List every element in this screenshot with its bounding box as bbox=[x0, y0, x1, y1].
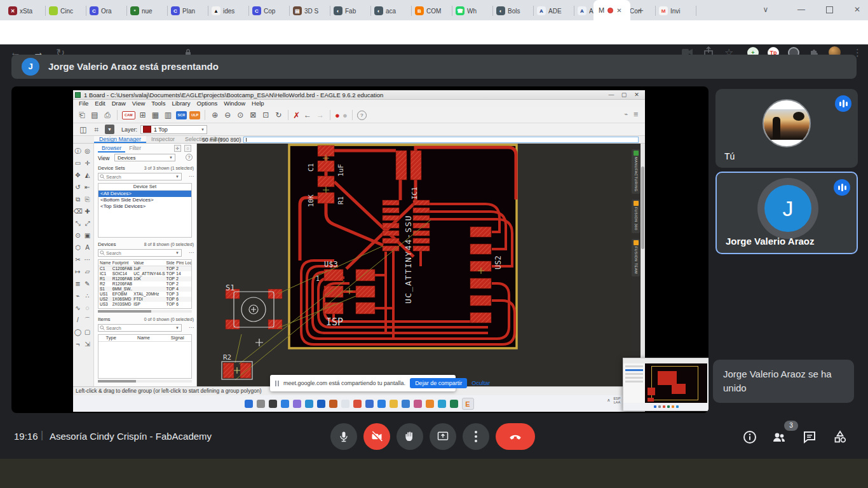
browser-tab[interactable]: * nue bbox=[127, 1, 168, 20]
eagle-tool-icon[interactable]: ⊙ bbox=[75, 232, 80, 239]
refresh-icon[interactable]: ↻ bbox=[273, 111, 283, 119]
device-row[interactable]: R1R1206FAB10KTOP2 bbox=[98, 276, 191, 281]
items-search[interactable]: ▼ bbox=[98, 324, 182, 332]
panel-zoom-icon[interactable]: ○ bbox=[184, 145, 191, 152]
eagle-title-bar[interactable]: 1 Board - C:\Users\valaj\Documents\EAGLE… bbox=[73, 90, 645, 100]
more-options-icon[interactable]: ⋯ bbox=[189, 173, 194, 179]
cam-processor-icon[interactable]: CAM bbox=[122, 111, 135, 119]
new-tab-button[interactable]: + bbox=[638, 4, 644, 15]
presented-app-icon[interactable] bbox=[257, 400, 265, 408]
eagle-tool-icon[interactable]: ◌ bbox=[86, 304, 90, 311]
search-input[interactable] bbox=[105, 250, 158, 257]
stop-sharing-button[interactable]: Dejar de compartir bbox=[410, 378, 467, 388]
eagle-tool-icon[interactable]: ▢ bbox=[85, 329, 90, 336]
eagle-menu-item[interactable]: Options bbox=[194, 100, 221, 107]
side-tab[interactable]: MANUFACTURING bbox=[632, 149, 640, 194]
presented-app-icon[interactable] bbox=[281, 400, 289, 408]
mic-button[interactable] bbox=[330, 423, 357, 450]
eagle-tool-icon[interactable]: ⧉ bbox=[76, 196, 80, 203]
eagle-tool-icon[interactable]: ⌁ bbox=[76, 292, 79, 299]
browser-tab[interactable]: ◐ Bols bbox=[493, 1, 534, 20]
tab-close-icon[interactable]: ✕ bbox=[616, 7, 621, 14]
window-minimize-button[interactable]: — bbox=[792, 0, 811, 19]
device-set-list[interactable]: Device Set <All Devices><Bottom Side Dev… bbox=[98, 183, 192, 238]
eagle-tool-icon[interactable]: ⤢ bbox=[85, 220, 90, 227]
eagle-tool-icon[interactable]: ◭ bbox=[85, 172, 90, 179]
layer-dropdown[interactable]: 1 Top ▼ bbox=[140, 125, 207, 134]
ulp-icon[interactable]: ULP bbox=[189, 111, 200, 119]
devices-table-header[interactable]: NameFootprintValueSidePinsLock bbox=[98, 260, 191, 266]
presented-app-icon[interactable] bbox=[450, 400, 458, 408]
eagle-menu-item[interactable]: Draw bbox=[109, 100, 129, 107]
device-row[interactable]: R2R1206FABTOP2 bbox=[98, 281, 191, 287]
eagle-menu-item[interactable]: File bbox=[76, 100, 92, 107]
eagle-tool-icon[interactable]: ⌒ bbox=[85, 316, 91, 325]
eagle-tool-icon[interactable]: ⋯ bbox=[85, 256, 91, 263]
presented-app-icon[interactable] bbox=[414, 400, 422, 408]
participant-tile-presenter[interactable]: J Jorge Valerio Araoz bbox=[715, 172, 858, 254]
browser-tab[interactable]: A ADE bbox=[534, 1, 574, 20]
stop-icon[interactable]: ● bbox=[335, 111, 340, 120]
presented-app-icon[interactable] bbox=[365, 400, 374, 408]
device-row[interactable]: IC1SOIC14UC_ATTINY44-SSUTOP14 bbox=[98, 271, 191, 276]
undo-icon[interactable]: ← bbox=[302, 111, 313, 119]
eagle-menu-item[interactable]: Library bbox=[168, 100, 193, 107]
browser-tab[interactable]: M Invi bbox=[656, 1, 696, 20]
device-set-header[interactable]: Device Set bbox=[98, 184, 191, 191]
eagle-panel-tab[interactable]: Inspector bbox=[146, 136, 180, 143]
window-close-button[interactable]: ✕ bbox=[848, 0, 867, 19]
eagle-menu-item[interactable]: Edit bbox=[92, 100, 108, 107]
canvas-scrollbar[interactable] bbox=[641, 144, 645, 386]
presented-app-icon[interactable] bbox=[377, 400, 386, 408]
eagle-tool-icon[interactable]: ⤡ bbox=[76, 220, 81, 227]
eagle-tool-icon[interactable]: ⇲ bbox=[85, 341, 90, 348]
device-row[interactable]: S16MM_SW...TOP4 bbox=[98, 287, 191, 292]
side-tab[interactable]: FUSION TEAM bbox=[632, 239, 640, 276]
presented-app-icon[interactable] bbox=[438, 400, 446, 408]
eagle-tool-icon[interactable]: ✎ bbox=[85, 280, 90, 287]
device-set-row[interactable]: <Top Side Devices> bbox=[98, 203, 191, 210]
eagle-panel-tab[interactable]: Design Manager bbox=[94, 136, 146, 143]
browser-tab[interactable]: ▲ ides bbox=[208, 1, 249, 20]
self-view-thumbnail[interactable] bbox=[623, 358, 709, 411]
browser-tab[interactable]: C Ora bbox=[86, 1, 127, 20]
browser-tab[interactable]: C Plan bbox=[168, 1, 208, 20]
board-icon[interactable]: ▦ bbox=[151, 111, 161, 119]
print-icon[interactable]: ⎙ bbox=[102, 111, 112, 119]
save-icon[interactable]: ▤ bbox=[90, 111, 100, 119]
presented-app-icon[interactable] bbox=[245, 400, 253, 408]
chat-button[interactable] bbox=[802, 430, 817, 445]
eagle-tool-icon[interactable]: ◎ bbox=[85, 147, 90, 154]
eagle-tool-icon[interactable]: ∴ bbox=[85, 292, 89, 299]
device-set-row[interactable]: <All Devices> bbox=[98, 191, 191, 197]
participant-tile-self[interactable]: Tú bbox=[715, 89, 858, 168]
presented-app-icon[interactable] bbox=[390, 400, 398, 408]
panel-tab[interactable]: Browser bbox=[98, 144, 125, 152]
presented-app-icon[interactable] bbox=[317, 400, 325, 408]
eagle-tool-icon[interactable]: ∿ bbox=[75, 304, 80, 311]
raise-hand-button[interactable] bbox=[397, 423, 423, 450]
help-icon[interactable]: ? bbox=[357, 111, 367, 120]
presented-app-icon[interactable] bbox=[293, 400, 301, 408]
view-dropdown[interactable]: Devices ▼ bbox=[114, 154, 175, 161]
redo-icon[interactable]: → bbox=[315, 111, 325, 119]
eagle-tool-icon[interactable]: ↦ bbox=[75, 268, 80, 275]
presented-app-icon[interactable] bbox=[353, 400, 362, 408]
browser-tab[interactable]: ☎ Wh bbox=[452, 1, 493, 20]
panel-help-icon[interactable]: ? bbox=[186, 154, 193, 161]
items-table[interactable]: TypeNameSignal bbox=[98, 334, 192, 379]
sheet-icon[interactable]: ⊞ bbox=[138, 111, 148, 119]
presented-app-icon[interactable] bbox=[305, 400, 313, 408]
eagle-tool-icon[interactable]: ▱ bbox=[85, 268, 90, 275]
eagle-tool-icon[interactable]: ≣ bbox=[75, 280, 80, 287]
eagle-tool-icon[interactable]: ▣ bbox=[85, 232, 90, 239]
panel-pick-icon[interactable]: ✛ bbox=[174, 145, 181, 152]
browser-tab[interactable]: C Cop bbox=[249, 1, 290, 20]
eagle-menu-item[interactable]: View bbox=[129, 100, 148, 107]
eagle-minimize-button[interactable]: — bbox=[606, 90, 617, 99]
zoom-fit-icon[interactable]: ⊙ bbox=[235, 111, 245, 119]
hide-button[interactable]: Ocultar bbox=[471, 380, 490, 386]
zoom-select-icon[interactable]: ⊠ bbox=[248, 111, 258, 119]
zoom-redraw-icon[interactable]: ⊡ bbox=[261, 111, 271, 119]
presented-app-icon[interactable] bbox=[329, 400, 337, 408]
